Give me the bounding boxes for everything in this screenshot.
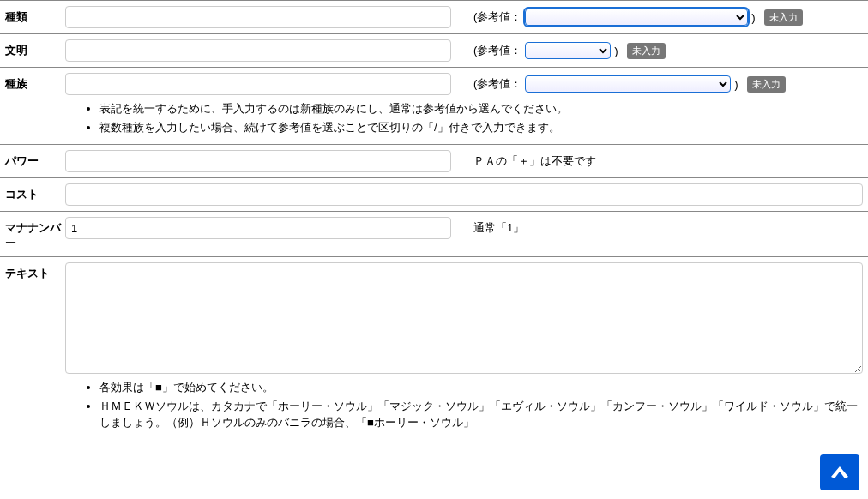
label-cost: コスト bbox=[5, 183, 65, 202]
civ-ref-select[interactable] bbox=[525, 42, 611, 59]
ref-suffix: ) bbox=[614, 45, 618, 57]
type-ref-select[interactable] bbox=[525, 9, 748, 26]
ref-suffix: ) bbox=[751, 11, 755, 24]
race-empty-badge: 未入力 bbox=[747, 76, 786, 93]
type-empty-badge: 未入力 bbox=[764, 9, 803, 26]
cost-input[interactable] bbox=[65, 183, 863, 206]
civ-empty-badge: 未入力 bbox=[627, 43, 666, 59]
race-note-2: 複数種族を入力したい場合、続けて参考値を選ぶことで区切りの「/」付きで入力できま… bbox=[99, 119, 863, 136]
label-race: 種族 bbox=[5, 73, 65, 92]
text-notes: 各効果は「■」で始めてください。 ＨＭＥＫＷソウルは、カタカナで「ホーリー・ソウ… bbox=[65, 379, 863, 433]
race-note-1: 表記を統一するために、手入力するのは新種族のみにし、通常は参考値から選んでくださ… bbox=[99, 100, 863, 117]
label-mana: マナナンバー bbox=[5, 217, 65, 251]
race-notes: 表記を統一するために、手入力するのは新種族のみにし、通常は参考値から選んでくださ… bbox=[65, 100, 863, 137]
civ-input[interactable] bbox=[65, 39, 451, 62]
row-text: テキスト 各効果は「■」で始めてください。 ＨＭＥＫＷソウルは、カタカナで「ホー… bbox=[0, 256, 868, 440]
row-race: 種族 (参考値： ) 未入力 表記を統一するために、手入力するのは新種族のみにし… bbox=[0, 67, 868, 144]
ref-prefix: (参考値： bbox=[473, 9, 521, 25]
race-ref-group: (参考値： ) 未入力 bbox=[473, 75, 786, 93]
race-input[interactable] bbox=[65, 73, 451, 95]
row-cost: コスト bbox=[0, 177, 868, 211]
label-civ: 文明 bbox=[5, 39, 65, 58]
row-type: 種類 (参考値： ) 未入力 bbox=[0, 0, 868, 33]
card-form: 種類 (参考値： ) 未入力 文明 bbox=[0, 0, 868, 440]
type-input[interactable] bbox=[65, 6, 451, 28]
label-type: 種類 bbox=[5, 6, 65, 25]
type-ref-group: (参考値： ) 未入力 bbox=[473, 9, 803, 26]
mana-note: 通常「1」 bbox=[473, 220, 524, 236]
ref-prefix: (参考値： bbox=[473, 76, 521, 92]
text-note-2: ＨＭＥＫＷソウルは、カタカナで「ホーリー・ソウル」「マジック・ソウル」「エヴィル… bbox=[99, 398, 863, 431]
row-power: パワー ＰＡの「＋」は不要です bbox=[0, 144, 868, 177]
row-civ: 文明 (参考値： ) 未入力 bbox=[0, 33, 868, 67]
label-text: テキスト bbox=[5, 262, 65, 281]
mana-input[interactable] bbox=[65, 217, 451, 239]
power-note: ＰＡの「＋」は不要です bbox=[473, 153, 596, 169]
race-ref-select[interactable] bbox=[525, 75, 731, 93]
power-input[interactable] bbox=[65, 150, 451, 172]
civ-ref-group: (参考値： ) 未入力 bbox=[473, 42, 666, 59]
ref-suffix: ) bbox=[734, 78, 738, 91]
label-power: パワー bbox=[5, 150, 65, 169]
row-mana: マナナンバー 通常「1」 bbox=[0, 211, 868, 256]
ref-prefix: (参考値： bbox=[473, 43, 521, 58]
text-textarea[interactable] bbox=[65, 262, 863, 374]
text-note-1: 各効果は「■」で始めてください。 bbox=[99, 379, 863, 396]
